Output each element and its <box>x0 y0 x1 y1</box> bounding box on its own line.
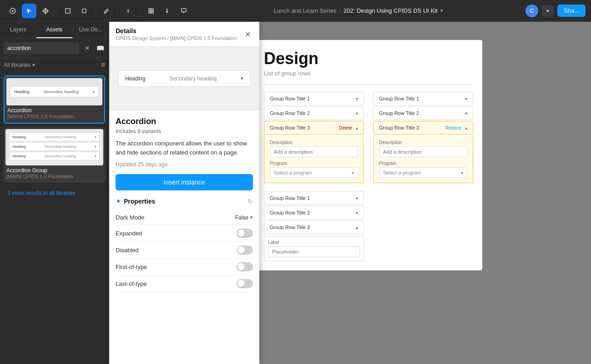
search-input[interactable] <box>4 42 79 54</box>
design-acc-row-1[interactable]: Group Row Title 1 ▾ <box>264 92 364 105</box>
accordion-preview-inner: Heading Secondary heading ▾ <box>10 86 99 97</box>
hand-tool-icon[interactable] <box>160 4 175 18</box>
expanded-toggle[interactable] <box>237 229 253 238</box>
component-description: The accordion component allows the user … <box>116 139 253 157</box>
chevron-icon: ▾ <box>93 90 95 94</box>
acc-right-row-3-actions: Restore ▴ <box>445 125 467 130</box>
design-acc-row-3[interactable]: Group Row Title 3 Delete ▴ <box>264 121 364 135</box>
right-program-field-select[interactable]: Select a program ▾ <box>379 167 467 178</box>
list-view-icon[interactable]: ≡ <box>101 61 105 69</box>
svg-rect-3 <box>82 9 86 13</box>
move-tool-icon[interactable] <box>38 4 53 18</box>
accordion-preview-secondary: Secondary heading <box>43 90 79 94</box>
design-right-column: Group Row Title 1 ▾ Group Row Title 2 ▾ … <box>373 92 473 184</box>
main-menu-icon[interactable] <box>5 4 20 18</box>
design-divider <box>264 84 473 85</box>
prop-dark-mode-value: False ▾ <box>235 214 253 221</box>
refresh-icon[interactable]: ↻ <box>248 198 253 205</box>
last-of-type-toggle-knob <box>237 280 245 287</box>
disabled-toggle[interactable] <box>237 245 253 254</box>
text-tool-icon[interactable]: T <box>121 4 136 18</box>
design-title: Design <box>264 49 473 68</box>
avatar-dropdown[interactable]: ▾ <box>542 5 554 17</box>
more-results-link[interactable]: 3 more results in all libraries <box>4 186 105 200</box>
toolbar: T Lunch and Learn Series / 202: Design U… <box>0 0 591 22</box>
properties-label: Properties <box>124 198 155 205</box>
properties-title: ✦ Properties <box>116 198 155 205</box>
share-button[interactable]: Sha... <box>557 5 586 17</box>
comment-tool-icon[interactable] <box>177 4 191 18</box>
accordion-group-card-info: Accordion Group [MAIN] CPIDS 1.0 Foundat… <box>5 165 103 181</box>
shape-tool-icon[interactable] <box>77 4 91 18</box>
filter-row: All libraries ▾ ≡ <box>0 58 109 72</box>
bottom-row-3-title: Group Row Title 3 <box>270 224 310 230</box>
dark-mode-chevron-icon[interactable]: ▾ <box>250 214 253 220</box>
select-tool-icon[interactable] <box>22 4 36 18</box>
preview-row-3-text: Heading <box>12 154 26 158</box>
accordion-component-card[interactable]: Heading Secondary heading ▾ Accordion [M… <box>4 75 105 124</box>
bottom-acc-row-2[interactable]: Group Row Title 2 ▾ <box>264 206 364 219</box>
components-tool-icon[interactable] <box>144 4 158 18</box>
chevron-down-icon[interactable]: ▾ <box>440 8 443 14</box>
svg-rect-5 <box>149 9 151 10</box>
right-program-select-chevron: ▾ <box>461 170 463 175</box>
acc-row-3-title: Group Row Title 3 <box>270 125 310 130</box>
design-acc-row-2[interactable]: Group Row Title 2 ▾ <box>264 106 364 120</box>
accordion-group-component-card[interactable]: Heading Secondary heading ▾ Heading Seco… <box>4 127 105 183</box>
project-name: Lunch and Learn Series <box>273 7 336 14</box>
frame-tool-icon[interactable] <box>61 4 75 18</box>
design-section: Design List of group rows Group Row Titl… <box>255 40 482 270</box>
design-right-acc-row-3[interactable]: Group Row Title 3 Restore ▴ <box>373 121 473 135</box>
restore-row-link[interactable]: Restore <box>445 125 461 130</box>
design-right-acc-row-2[interactable]: Group Row Title 2 ▾ <box>373 106 473 120</box>
accordion-preview-heading: Heading <box>14 90 30 94</box>
acc-row-3-chevron: ▴ <box>356 125 358 130</box>
acc-row-1-title: Group Row Title 1 <box>270 96 310 101</box>
accordion-card-sub: [MAIN] CPIDS 1.0 Foundation <box>7 114 101 119</box>
tab-live-dev[interactable]: Live De... <box>72 22 109 38</box>
bottom-acc-row-1[interactable]: Group Row Title 1 ▾ <box>264 191 364 205</box>
preview-row-1-chevron: ▾ <box>95 135 96 139</box>
prop-disabled: Disabled <box>116 242 253 259</box>
program-field-select[interactable]: Select a program ▾ <box>270 167 358 178</box>
tab-assets[interactable]: Assets <box>36 22 73 38</box>
description-field-input[interactable] <box>270 146 358 157</box>
pen-tool-icon[interactable] <box>99 4 114 18</box>
program-field-wrapper: Program Select a program ▾ <box>270 161 358 178</box>
toolbar-right: C ▾ Sha... <box>525 5 586 17</box>
prop-dark-mode-label: Dark Mode <box>116 214 145 221</box>
details-title: Details <box>116 27 237 35</box>
program-field-label: Program <box>270 161 358 166</box>
svg-text:T: T <box>126 8 130 14</box>
clear-search-icon[interactable]: ✕ <box>82 43 93 54</box>
prop-dark-mode: Dark Mode False ▾ <box>116 210 253 225</box>
first-of-type-toggle[interactable] <box>237 262 253 271</box>
design-left-column: Group Row Title 1 ▾ Group Row Title 2 ▾ … <box>264 92 364 184</box>
right-description-field-input[interactable] <box>379 146 467 157</box>
design-right-acc-row-1[interactable]: Group Row Title 1 ▾ <box>373 92 473 105</box>
accordion-group-card-name: Accordion Group <box>6 167 102 174</box>
toolbar-center: Lunch and Learn Series / 202: Design Usi… <box>191 7 525 14</box>
toolbar-left: T <box>5 4 191 18</box>
details-header: Details CPIDS Design System / [MAIN] CPI… <box>109 22 259 47</box>
expanded-content-area: Description Program Select a program ▾ <box>264 135 364 183</box>
delete-row-link[interactable]: Delete <box>339 125 352 130</box>
sep3 <box>117 5 118 16</box>
accordion-preview-area: Heading Secondary heading ▾ <box>6 78 102 105</box>
insert-instance-button[interactable]: Insert instance <box>116 174 253 190</box>
details-header-info: Details CPIDS Design System / [MAIN] CPI… <box>116 27 237 41</box>
book-icon[interactable]: 📖 <box>95 43 106 54</box>
last-of-type-toggle[interactable] <box>237 279 253 288</box>
bottom-acc-row-3[interactable]: Group Row Title 3 ▴ <box>264 220 364 234</box>
tab-layers[interactable]: Layers <box>0 22 36 38</box>
acc-row-2-title: Group Row Title 2 <box>270 110 310 116</box>
label-field-input[interactable] <box>268 246 360 257</box>
expanded-toggle-knob <box>237 229 245 237</box>
acc-right-row-1-chevron: ▾ <box>465 96 467 101</box>
close-details-icon[interactable]: ✕ <box>242 29 253 40</box>
preview-row-3-chevron: ▾ <box>95 155 96 158</box>
label-field-label: Label <box>268 240 360 245</box>
svg-rect-7 <box>149 11 151 13</box>
all-libraries-filter[interactable]: All libraries ▾ <box>4 62 35 68</box>
preview-row-2-text: Heading <box>12 145 26 149</box>
